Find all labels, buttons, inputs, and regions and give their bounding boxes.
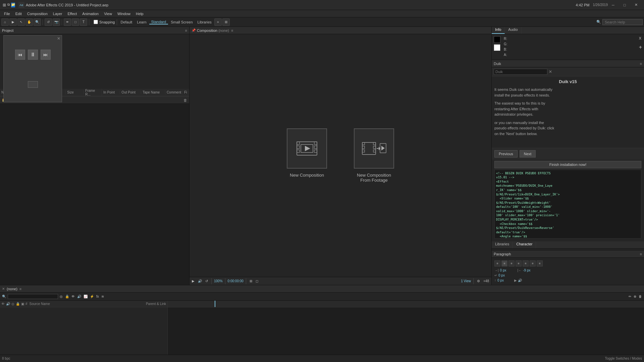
tl-lock-col[interactable]: 🔒 — [16, 302, 20, 306]
play-button[interactable]: ▶ — [9, 18, 17, 26]
skip-back-button[interactable]: ⏮ — [15, 50, 25, 60]
new-composition-card[interactable]: New Composition — [287, 128, 327, 178]
para-icon-2[interactable]: 🔊 — [518, 279, 522, 282]
new-comp-footage-card[interactable]: New CompositionFrom Footage — [354, 128, 394, 183]
para-icon-1[interactable]: ▶ — [514, 279, 517, 282]
comp-tb-timecode[interactable]: 0:00:00:00 — [228, 279, 244, 283]
comp-tb-grid[interactable]: ⊞ — [249, 279, 253, 283]
menu-animation[interactable]: Animation — [79, 11, 101, 16]
windows-icon[interactable]: ⊞ — [3, 3, 6, 7]
tl-eye-icon[interactable]: 👁 — [71, 295, 75, 298]
delete-icon[interactable]: 🗑 — [183, 98, 187, 102]
justify-button[interactable]: ≡ — [516, 260, 522, 266]
skip-forward-button[interactable]: ⏭ — [41, 50, 51, 60]
duik-install-button[interactable]: Finish installation now! — [494, 161, 641, 168]
workspace-learn[interactable]: Learn — [135, 20, 148, 24]
tab-libraries[interactable]: Libraries — [492, 241, 513, 248]
ae-icon[interactable]: Ae — [18, 2, 24, 8]
align-left-button[interactable]: ≡ — [494, 260, 500, 266]
hand-tool[interactable]: ✋ — [25, 18, 33, 26]
tl-audio-icon[interactable]: 🔊 — [76, 295, 82, 298]
home-button[interactable]: ⌂ — [1, 18, 9, 26]
select-tool[interactable]: ↖ — [17, 18, 25, 26]
tl-audio-col[interactable]: 🔊 — [6, 302, 10, 306]
explorer-icon[interactable]: 📁 — [11, 3, 15, 7]
align-right-button[interactable]: ≡ — [508, 260, 515, 266]
duik-menu[interactable]: ≡ — [640, 62, 642, 66]
tl-close-icon[interactable]: ✕ — [2, 287, 5, 291]
timeline-playhead[interactable] — [215, 301, 215, 307]
tl-num-col[interactable]: # — [25, 302, 28, 306]
timeline-menu[interactable]: ≡ — [19, 287, 21, 291]
duik-next-button[interactable]: Next — [520, 150, 536, 158]
menu-edit[interactable]: Edit — [13, 11, 24, 16]
menu-view[interactable]: View — [101, 11, 115, 16]
space-before-value[interactable]: 0 px — [497, 279, 511, 282]
menu-composition[interactable]: Composition — [24, 11, 50, 16]
comp-tb-ext[interactable]: +48 — [482, 279, 490, 283]
snapping-checkbox[interactable] — [94, 20, 98, 24]
tl-toggle-modes[interactable]: Toggle Switches / Modes — [605, 357, 642, 360]
tl-adj-icon[interactable]: ≋ — [101, 295, 105, 298]
tl-color-col[interactable]: ▣ — [21, 302, 24, 306]
duik-previous-button[interactable]: Previous — [494, 150, 518, 158]
tl-parent-icon[interactable]: ⊕ — [633, 295, 637, 298]
pause-button[interactable]: ⏸ — [28, 50, 38, 60]
justify-all-button[interactable]: ≡ — [523, 260, 529, 266]
tl-eye-col[interactable]: 👁 — [1, 302, 5, 306]
duik-search-close[interactable]: ✕ — [549, 69, 552, 74]
search-input[interactable] — [602, 19, 643, 25]
rotate-tool[interactable]: ↺ — [45, 18, 52, 26]
tl-solo-icon[interactable]: ◎ — [59, 295, 63, 298]
comp-tb-loop[interactable]: ↺ — [204, 279, 209, 283]
project-panel-menu[interactable]: ≡ — [185, 28, 187, 33]
camera-tool[interactable]: 📷 — [53, 18, 60, 26]
color-swatch-secondary[interactable] — [494, 44, 500, 51]
indent-right-value[interactable]: -9 px — [523, 268, 536, 272]
justify-left-button[interactable]: ≡ — [530, 260, 536, 266]
zoom-tool[interactable]: 🔍 — [34, 18, 41, 26]
tab-character[interactable]: Character — [513, 241, 536, 248]
duik-search-input[interactable] — [494, 69, 547, 75]
para-menu[interactable]: ≡ — [640, 252, 642, 256]
text-tool[interactable]: T — [80, 18, 87, 26]
tl-search-input[interactable] — [8, 294, 58, 299]
window-controls[interactable]: ─ □ ✕ — [608, 1, 641, 9]
workspace-more[interactable]: » — [214, 18, 222, 26]
info-plus[interactable]: + — [639, 44, 642, 50]
comp-tb-settings[interactable]: ⚙ — [476, 279, 481, 283]
task-view-icon[interactable]: ⧉ — [7, 3, 10, 7]
workspace-standard[interactable]: Standard — [149, 20, 168, 24]
tl-lock-icon[interactable]: 🔒 — [64, 295, 70, 298]
menu-effect[interactable]: Effect — [65, 11, 79, 16]
tab-audio[interactable]: Audio — [505, 27, 521, 34]
tl-motion-blur[interactable]: ⚡ — [89, 295, 95, 298]
tl-solo-col[interactable]: ◎ — [11, 302, 14, 306]
shape-tool[interactable]: □ — [72, 18, 79, 26]
menu-file[interactable]: File — [1, 11, 13, 16]
menu-help[interactable]: Help — [133, 11, 146, 16]
align-center-button[interactable]: ≡ — [501, 260, 507, 266]
comp-tb-audio[interactable]: 🔊 — [197, 279, 203, 283]
pen-tool[interactable]: ✒ — [64, 18, 71, 26]
tl-edit-icon[interactable]: ✏ — [628, 295, 632, 298]
menu-layer[interactable]: Layer — [50, 11, 65, 16]
justify-right-button[interactable]: ≡ — [537, 260, 543, 266]
maximize-button[interactable]: □ — [619, 1, 630, 9]
workspace-libraries[interactable]: Libraries — [196, 20, 214, 24]
tab-info[interactable]: Info — [492, 27, 505, 34]
minimize-button[interactable]: ─ — [608, 1, 619, 9]
close-button[interactable]: ✕ — [631, 1, 641, 9]
tl-search-icon[interactable]: 🔍 — [1, 295, 7, 298]
indent-left-value[interactable]: 0 px — [500, 268, 514, 272]
workspace-default[interactable]: Default — [119, 20, 135, 24]
comp-tb-view[interactable]: 1 View — [461, 279, 471, 283]
tl-fx-icon[interactable]: fx — [96, 295, 100, 298]
duik-code-area[interactable]: <!-- BEGIN DUIK PSEUDO EFFECTS v15.01 --… — [494, 170, 641, 239]
comp-settings[interactable]: ⊞ — [222, 18, 230, 26]
menu-window[interactable]: Window — [115, 11, 133, 16]
comp-menu-icon[interactable]: ≡ — [231, 28, 233, 33]
comp-tb-mask[interactable]: ◻ — [255, 279, 259, 283]
first-line-value[interactable]: 0 px — [498, 274, 512, 277]
color-swatch-primary[interactable] — [494, 36, 500, 43]
